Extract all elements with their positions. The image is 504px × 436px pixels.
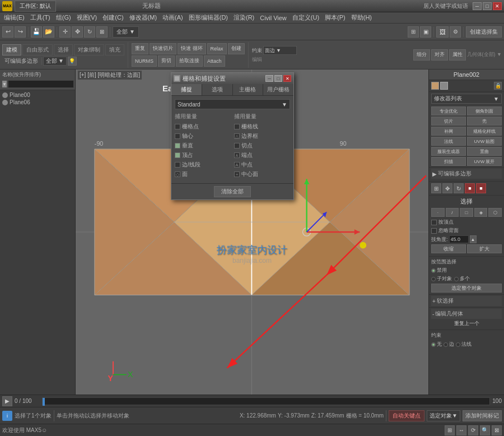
select-button[interactable]: ✛	[59, 26, 71, 38]
radio-child[interactable]: 子对象	[431, 275, 452, 282]
nav-btn-4[interactable]: 🔍	[480, 425, 490, 435]
list-item[interactable]: Plane06	[1, 99, 74, 106]
modal-tab-options[interactable]: 选项	[202, 84, 233, 95]
modal-dialog[interactable]: 栅格和捕捉设置 ─ □ ✕ 捕捉 选项 主栅格 用户栅格 Standard▼	[171, 72, 294, 200]
view-mode-btn1[interactable]: ⊞	[408, 26, 419, 38]
light-btn[interactable]: 💡	[68, 57, 77, 66]
tab-freeform[interactable]: 自由形式	[22, 44, 53, 55]
subdivide-btn[interactable]: 细分	[413, 49, 430, 61]
move-button[interactable]: ✥	[72, 26, 83, 38]
add-key-btn[interactable]: 添加时间标记	[463, 410, 502, 421]
undo-button[interactable]: ↩	[2, 26, 13, 38]
list-item[interactable]: Plane00	[1, 91, 74, 99]
expand-btn[interactable]: 扩大	[467, 244, 502, 253]
modal-item-midpoint[interactable]: A 中点	[234, 161, 290, 169]
modifier-btn-garment[interactable]: 服装生成器	[431, 147, 466, 156]
modal-item-bbox[interactable]: △ 边界框	[234, 132, 290, 140]
modal-close-btn[interactable]: ✕	[283, 75, 291, 82]
minimize-button[interactable]: ─	[473, 2, 482, 10]
view-dropdown[interactable]: 全部▼	[113, 26, 139, 38]
modifier-btn-slice[interactable]: 切片	[431, 117, 466, 126]
menu-item-graph-editor[interactable]: 图形编辑器(D)	[186, 12, 231, 23]
object-search[interactable]	[8, 80, 74, 88]
angle-input[interactable]	[449, 235, 469, 243]
menu-item-script[interactable]: 脚本(P)	[322, 12, 348, 23]
nav-btn-1[interactable]: ⊞	[445, 425, 455, 435]
maximize-button[interactable]: □	[483, 2, 492, 10]
loop-dropdown[interactable]: 全部▼	[43, 57, 67, 66]
soft-select-section[interactable]: +软选择	[431, 296, 502, 306]
lock-btn[interactable]: 🔒	[494, 82, 502, 90]
menu-item-civil[interactable]: Civil View	[257, 13, 289, 22]
modal-item-center-face[interactable]: + 中心面	[234, 170, 290, 178]
shrink-btn[interactable]: 收缩	[431, 244, 466, 253]
render-btn[interactable]: 🖼	[436, 26, 449, 38]
select-border-btn[interactable]: □	[460, 208, 473, 217]
modifier-btn-scan[interactable]: 扫描	[431, 157, 466, 166]
modal-item-axis[interactable]: 轴心	[175, 132, 231, 140]
modifier-dropdown[interactable]: 修改器列表▼	[431, 94, 502, 104]
edit-geo-section[interactable]: -编辑几何体	[431, 309, 502, 319]
rp-btn-red2[interactable]: ■	[476, 183, 486, 193]
modal-item-grid-line[interactable]: 栅格线	[234, 123, 290, 131]
modifier-btn-uvw-unwrap[interactable]: UVW 展开	[467, 157, 502, 166]
play-btn[interactable]: ▶	[2, 396, 12, 406]
tab-object-bind[interactable]: 对象绑制	[74, 44, 104, 55]
modifier-btn-bend[interactable]: 置曲	[467, 147, 502, 156]
modal-item-tangent[interactable]: 切点	[234, 142, 290, 150]
create-btn2[interactable]: 创建	[228, 43, 245, 54]
relax-btn[interactable]: Relax	[207, 43, 227, 54]
modifier-btn-normal[interactable]: 法线	[431, 137, 466, 146]
repeat-btn[interactable]: 重复	[132, 43, 148, 54]
modal-tab-snap[interactable]: 捕捉	[171, 84, 202, 95]
constrain-dropdown[interactable]: 面边 ▼	[263, 46, 297, 55]
tab-select[interactable]: 选择	[54, 44, 73, 55]
radio-disabled[interactable]: 禁用	[431, 267, 447, 274]
render-settings-btn[interactable]: ⚙	[450, 26, 461, 38]
modifier-btn-uvw[interactable]: UVW 贴图	[467, 137, 502, 146]
modal-item-vertex[interactable]: 顶占	[175, 151, 231, 159]
modifier-btn-shell[interactable]: 壳	[467, 117, 502, 126]
modal-maximize-btn[interactable]: □	[274, 75, 282, 82]
menu-item-customize[interactable]: 自定义(U)	[290, 12, 322, 23]
menu-item-create[interactable]: 创建(C)	[100, 12, 126, 23]
tab-modeling[interactable]: 建模	[2, 44, 21, 55]
timeline-track[interactable]	[42, 397, 490, 405]
modal-minimize-btn[interactable]: ─	[265, 75, 273, 82]
menu-item-render[interactable]: 渲染(R)	[231, 12, 257, 23]
align-btn[interactable]: 对齐	[431, 49, 448, 61]
select-dropdown[interactable]: 选定对象▼	[427, 410, 460, 421]
close-button[interactable]: ✕	[493, 2, 502, 10]
modal-item-grid-point[interactable]: 栅格点	[175, 123, 231, 131]
auto-key-btn[interactable]: 自动关键点	[389, 410, 424, 421]
cut-btn[interactable]: 剪切	[158, 55, 175, 67]
attach-btn[interactable]: Attach	[204, 55, 225, 67]
menu-item-group[interactable]: 组(G)	[53, 12, 74, 23]
select-vertex-btn[interactable]: ·	[431, 208, 445, 217]
modal-item-edge-seg[interactable]: 边/线段	[175, 161, 231, 169]
radio-multi[interactable]: 多个	[454, 275, 470, 282]
rp-btn-3[interactable]: ↻	[454, 183, 464, 193]
modal-tab-grid[interactable]: 主栅格	[233, 84, 264, 95]
title-tab-workarea[interactable]: 工作区: 默认	[15, 1, 56, 12]
pick-connect-btn[interactable]: 拾取连接	[176, 55, 203, 67]
angle-up-btn[interactable]: ▲	[470, 235, 477, 243]
menu-item-view[interactable]: 视图(V)	[74, 12, 100, 23]
modal-dropdown[interactable]: Standard▼	[175, 99, 290, 109]
modal-clear-btn[interactable]: 清除全部	[214, 186, 251, 197]
redo-button[interactable]: ↪	[15, 26, 26, 38]
modal-tab-user[interactable]: 用户栅格	[263, 84, 293, 95]
nav-btn-2[interactable]: ↔	[456, 425, 466, 435]
modal-item-vertical[interactable]: 垂直	[175, 142, 231, 150]
rp-btn-2[interactable]: ✥	[442, 183, 452, 193]
tab-fill[interactable]: 填充	[105, 44, 124, 55]
modifier-btn-cap[interactable]: 补网	[431, 127, 466, 136]
select-edge-btn[interactable]: /	[446, 208, 459, 217]
modifier-btn-optimize[interactable]: 专业优化	[431, 106, 466, 115]
open-button[interactable]: 📂	[43, 26, 54, 38]
modal-item-endpoint[interactable]: ∧ 端点	[234, 151, 290, 159]
nurms-btn[interactable]: NURMS	[132, 55, 157, 67]
rotate-button[interactable]: ↻	[84, 26, 95, 38]
menu-item-animation[interactable]: 动画(A)	[160, 12, 186, 23]
select-all-btn[interactable]: 选定整个对象	[431, 284, 502, 293]
